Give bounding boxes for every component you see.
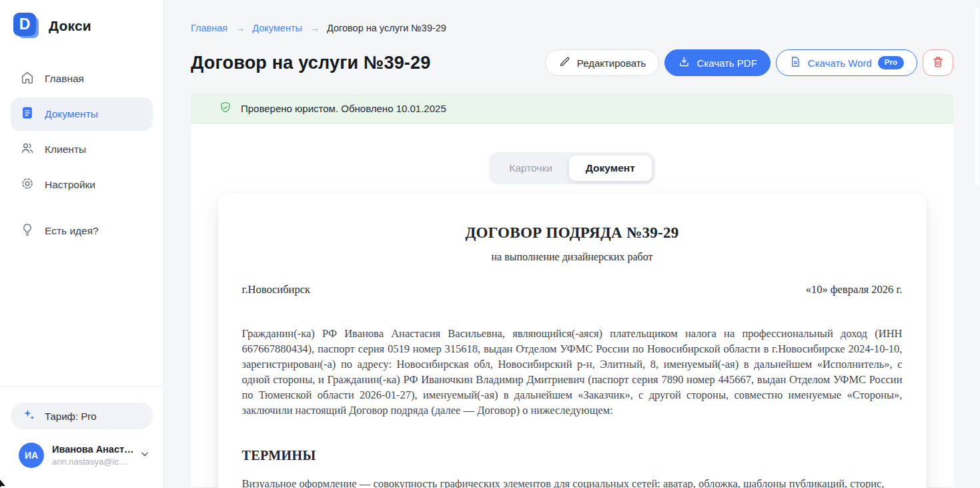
terms-heading: ТЕРМИНЫ — [242, 448, 903, 463]
app-logo[interactable]: D Докси — [0, 0, 163, 39]
user-email: ann.nastasya@ic… — [52, 457, 130, 467]
download-pdf-button[interactable]: Скачать PDF — [664, 49, 770, 76]
sidebar-item-home[interactable]: Главная — [11, 62, 153, 95]
tab-document[interactable]: Документ — [569, 156, 652, 181]
home-icon — [20, 70, 35, 87]
user-menu[interactable]: ИА Иванова Анаст… ann.nastasya@ic… — [11, 429, 153, 476]
contract-title: ДОГОВОР ПОДРЯДА №39-29 — [242, 224, 903, 242]
pro-badge: Pro — [878, 56, 904, 69]
status-text: Проверено юристом. Обновлено 10.01.2025 — [241, 103, 446, 114]
sidebar: D Докси Главная Документы Клие — [0, 0, 164, 488]
clients-icon — [20, 141, 35, 158]
document-panel: Карточки Документ ДОГОВОР ПОДРЯДА №39-29… — [191, 124, 953, 487]
header-actions: Редактировать Скачать PDF Скачать Word — [545, 49, 953, 76]
sidebar-item-idea[interactable]: Есть идея? — [11, 214, 153, 248]
sidebar-item-label: Документы — [45, 108, 98, 120]
sidebar-item-clients[interactable]: Клиенты — [11, 133, 153, 166]
sidebar-item-label: Главная — [45, 73, 84, 85]
chevron-down-icon[interactable] — [138, 447, 151, 463]
sparkle-icon — [22, 408, 36, 424]
breadcrumb-arrow-icon: → — [235, 22, 245, 33]
tab-cards[interactable]: Карточки — [492, 156, 569, 181]
mouse-cursor — [0, 475, 7, 488]
sidebar-item-label: Есть идея? — [45, 225, 99, 237]
contract-city: г.Новосибирск — [242, 283, 311, 296]
breadcrumb-documents-link[interactable]: Документы — [252, 23, 302, 33]
edit-button[interactable]: Редактировать — [545, 49, 660, 76]
sidebar-item-label: Клиенты — [45, 144, 86, 156]
breadcrumb-current: Договор на услуги №39-29 — [327, 23, 446, 33]
contract-meta: г.Новосибирск «10» февраля 2026 г. — [242, 283, 903, 296]
term-item: Визуальное оформление — совокупность гра… — [242, 476, 903, 488]
app-name: Докси — [49, 18, 91, 34]
pencil-icon — [558, 55, 571, 70]
avatar: ИА — [19, 443, 44, 468]
page-header: Договор на услуги №39-29 Редактировать С… — [191, 49, 953, 76]
sidebar-item-label: Настройки — [45, 179, 95, 191]
status-banner: Проверено юристом. Обновлено 10.01.2025 — [191, 94, 953, 124]
contract-date: «10» февраля 2026 г. — [806, 283, 903, 296]
trash-icon — [931, 55, 945, 71]
download-word-button[interactable]: Скачать Word Pro — [776, 49, 917, 76]
user-name: Иванова Анаст… — [52, 444, 130, 455]
tariff-label: Тариф: Pro — [45, 411, 97, 422]
download-icon — [678, 55, 690, 70]
settings-icon — [20, 176, 35, 194]
sidebar-item-documents[interactable]: Документы — [11, 97, 153, 131]
sidebar-nav: Главная Документы Клиенты Настройки — [0, 62, 163, 248]
document-page: ДОГОВОР ПОДРЯДА №39-29 на выполнение диз… — [218, 194, 927, 488]
breadcrumb-arrow-icon: → — [310, 22, 320, 33]
sidebar-bottom: Тариф: Pro ИА Иванова Анаст… ann.nastasy… — [0, 386, 163, 488]
view-switcher: Карточки Документ — [489, 152, 655, 184]
page-title: Договор на услуги №39-29 — [191, 53, 430, 73]
delete-button[interactable] — [923, 49, 953, 76]
file-icon — [789, 55, 802, 70]
sidebar-item-settings[interactable]: Настройки — [11, 168, 153, 202]
doxy-logo-icon: D — [13, 13, 40, 39]
main-content: Главная → Документы → Договор на услуги … — [164, 0, 980, 488]
app-window: D Докси Главная Документы Клие — [0, 0, 980, 488]
document-icon — [20, 105, 35, 123]
breadcrumb-home-link[interactable]: Главная — [191, 23, 227, 33]
scrollbar-thumb[interactable] — [975, 8, 979, 186]
tariff-pill[interactable]: Тариф: Pro — [11, 403, 153, 429]
idea-icon — [20, 222, 35, 240]
shield-check-icon — [219, 101, 232, 116]
breadcrumb: Главная → Документы → Договор на услуги … — [191, 0, 953, 33]
user-meta: Иванова Анаст… ann.nastasya@ic… — [52, 444, 130, 467]
contract-subtitle: на выполнение дизайнерских работ — [242, 251, 903, 263]
contract-intro: Гражданин(-ка) РФ Иванова Анастасия Васи… — [242, 326, 903, 418]
